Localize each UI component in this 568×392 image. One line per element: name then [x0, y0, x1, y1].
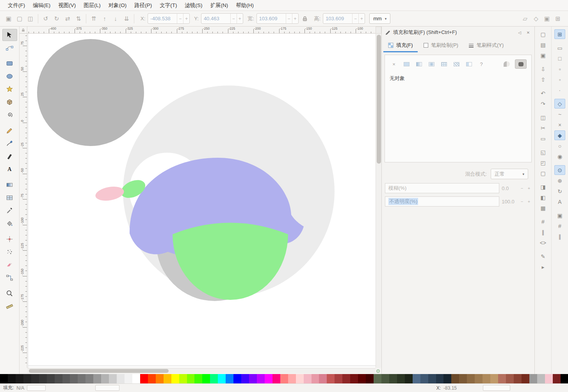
rotate-ccw-button[interactable]: ↺: [40, 13, 51, 24]
pencil-tool[interactable]: [2, 125, 17, 137]
horizontal-ruler[interactable]: -400-375-350-325-300-275-250-225-200-175…: [27, 27, 376, 34]
palette-swatch[interactable]: [428, 374, 436, 383]
duplicate-button[interactable]: ◨: [538, 182, 548, 192]
palette-swatch[interactable]: [194, 374, 202, 383]
opacity-increment-button[interactable]: +: [527, 199, 531, 204]
eraser-tool[interactable]: [2, 259, 17, 271]
undo-button[interactable]: ↶: [538, 88, 548, 98]
export-button[interactable]: ⇧: [538, 75, 548, 84]
snap-smooth-nodes-button[interactable]: ○: [554, 141, 565, 151]
palette-swatch[interactable]: [420, 374, 428, 383]
document-open-button[interactable]: ▤: [538, 40, 548, 50]
palette-swatch[interactable]: [483, 374, 490, 383]
width-increment-button[interactable]: +: [292, 14, 298, 23]
opacity-value[interactable]: 100.0: [502, 199, 517, 205]
mesh-tool[interactable]: [2, 192, 17, 204]
snap-object-centers-button[interactable]: ⊕: [554, 176, 565, 185]
palette-swatch[interactable]: [249, 374, 257, 383]
palette-swatch[interactable]: [335, 374, 342, 383]
raise-to-top-button[interactable]: ⇈: [88, 13, 99, 24]
box3d-tool[interactable]: [2, 96, 17, 108]
palette-swatch[interactable]: [171, 374, 179, 383]
document-print-button[interactable]: ▣: [538, 50, 548, 60]
palette-swatch[interactable]: [179, 374, 187, 383]
x-input[interactable]: -408.538: [148, 14, 177, 23]
rotate-cw-button[interactable]: ↻: [51, 13, 62, 24]
paste-button[interactable]: ▭: [538, 134, 548, 143]
select-tool[interactable]: [2, 29, 17, 41]
blend-mode-dropdown[interactable]: 正常 ▾: [491, 169, 528, 179]
menu-text[interactable]: 文字(T): [156, 0, 181, 11]
paint-mesh-gradient-button[interactable]: [440, 61, 448, 68]
palette-swatch[interactable]: [459, 374, 467, 383]
copy-button[interactable]: ◫: [538, 112, 548, 122]
color-management-toggle[interactable]: [375, 369, 381, 373]
palette-swatch[interactable]: [467, 374, 475, 383]
palette-swatch[interactable]: [265, 374, 272, 383]
snap-cusp-nodes-button[interactable]: ◆: [554, 130, 565, 140]
lower-button[interactable]: ↓: [110, 13, 121, 24]
snap-nodes-button[interactable]: ◇: [554, 99, 565, 109]
palette-swatch[interactable]: [70, 374, 78, 383]
paint-unknown-button[interactable]: ?: [477, 61, 486, 68]
selector-dialog-button[interactable]: ▣: [3, 13, 14, 24]
palette-swatch[interactable]: [125, 374, 132, 383]
blur-increment-button[interactable]: +: [527, 186, 531, 191]
palette-swatch[interactable]: [39, 374, 47, 383]
menu-filters[interactable]: 滤镜(S): [181, 0, 207, 11]
palette-swatch[interactable]: [117, 374, 125, 383]
layer-indicator[interactable]: [95, 385, 119, 391]
paint-radial-gradient-button[interactable]: [427, 61, 436, 68]
palette-swatch[interactable]: [451, 374, 459, 383]
width-decrement-button[interactable]: −: [286, 14, 292, 23]
palette-swatch[interactable]: [436, 374, 444, 383]
zoom-drawing-button[interactable]: ◰: [538, 158, 548, 167]
palette-swatch[interactable]: [374, 374, 381, 383]
menu-object[interactable]: 对象(O): [105, 0, 131, 11]
unit-dropdown[interactable]: mm ▾: [369, 13, 390, 24]
zoom-page-button[interactable]: ▢: [538, 168, 548, 178]
menu-layer[interactable]: 图层(L): [80, 0, 105, 11]
dock-close-button[interactable]: ✕: [525, 29, 531, 36]
palette-swatch[interactable]: [280, 374, 288, 383]
palette-swatch[interactable]: [304, 374, 312, 383]
palette-swatch[interactable]: [93, 374, 101, 383]
snap-guides-button[interactable]: ∥: [554, 232, 565, 241]
node-tool[interactable]: [2, 42, 17, 54]
snap-bbox-corners-button[interactable]: ▫: [554, 64, 565, 74]
bucket-tool[interactable]: [2, 217, 17, 230]
menu-file[interactable]: 文件(F): [4, 0, 29, 11]
palette-swatch[interactable]: [506, 374, 514, 383]
palette-swatch[interactable]: [0, 374, 8, 383]
ruler-corner[interactable]: [20, 27, 27, 34]
palette-swatch[interactable]: [413, 374, 420, 383]
height-increment-button[interactable]: +: [358, 14, 365, 23]
deselect-button[interactable]: ▢: [14, 13, 25, 24]
opacity-slider[interactable]: 不透明度(%): [385, 196, 499, 207]
palette-swatch[interactable]: [561, 374, 568, 383]
width-input[interactable]: 103.609: [257, 14, 286, 23]
cut-button[interactable]: ✂: [538, 123, 548, 133]
palette-swatch[interactable]: [358, 374, 366, 383]
canvas[interactable]: [27, 34, 376, 368]
paint-pattern-button[interactable]: [452, 61, 461, 68]
flip-horizontal-button[interactable]: ⇄: [62, 13, 73, 24]
menu-extensions[interactable]: 扩展(N): [207, 0, 232, 11]
blur-decrement-button[interactable]: −: [520, 186, 524, 191]
paint-swatch-button[interactable]: [465, 61, 473, 68]
snap-bbox-button[interactable]: ▭: [554, 43, 565, 53]
grid-toggle-button[interactable]: #: [538, 217, 548, 226]
rectangle-tool[interactable]: [2, 57, 17, 69]
text-tool[interactable]: A: [2, 163, 17, 175]
palette-swatch[interactable]: [31, 374, 39, 383]
palette-swatch[interactable]: [545, 374, 553, 383]
palette-swatch[interactable]: [156, 374, 164, 383]
palette-swatch[interactable]: [241, 374, 249, 383]
palette-swatch[interactable]: [85, 374, 93, 383]
snap-line-midpoints-button[interactable]: ◉: [554, 151, 565, 161]
palette-swatch[interactable]: [109, 374, 117, 383]
transform-pattern-toggle-button[interactable]: ⊞: [552, 13, 563, 24]
calligraphy-tool[interactable]: [2, 150, 17, 162]
height-input[interactable]: 103.609: [323, 14, 352, 23]
palette-swatch[interactable]: [272, 374, 280, 383]
